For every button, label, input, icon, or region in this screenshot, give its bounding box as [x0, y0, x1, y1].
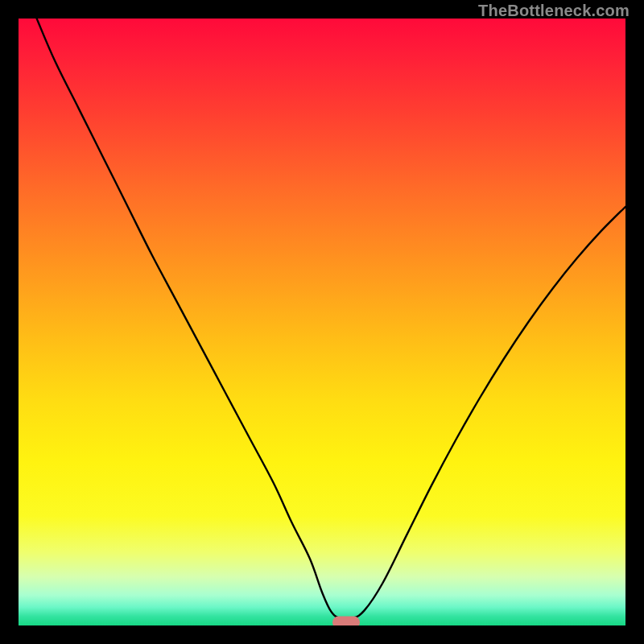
chart-frame: TheBottleneck.com [0, 0, 644, 644]
watermark-text: TheBottleneck.com [478, 2, 630, 20]
optimal-point-marker [332, 617, 360, 625]
chart-plot-area [19, 19, 625, 625]
bottleneck-curve [19, 19, 625, 625]
